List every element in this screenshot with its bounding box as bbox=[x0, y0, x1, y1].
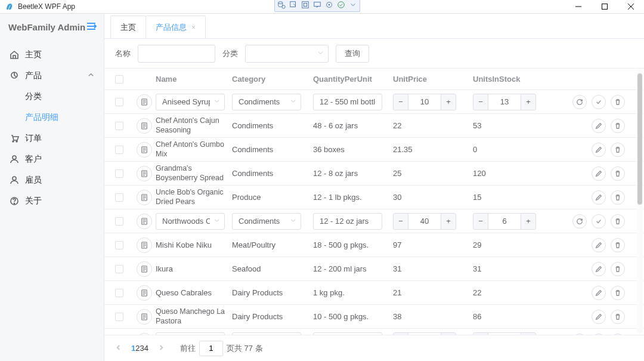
row-stock-stepper[interactable]: −24+ bbox=[473, 332, 553, 335]
stepper-value[interactable]: 40 bbox=[408, 213, 441, 230]
row-edit-button[interactable] bbox=[592, 286, 606, 300]
stepper-minus[interactable]: − bbox=[393, 332, 408, 335]
stepper-minus[interactable]: − bbox=[473, 213, 488, 230]
stepper-value[interactable]: 6 bbox=[408, 332, 441, 335]
row-view-button[interactable] bbox=[137, 285, 152, 301]
row-view-button[interactable] bbox=[137, 237, 152, 253]
filter-name-input[interactable] bbox=[138, 45, 215, 63]
row-checkbox[interactable] bbox=[115, 169, 123, 178]
row-stock-stepper[interactable]: −13+ bbox=[473, 94, 553, 110]
row-view-button[interactable] bbox=[137, 118, 152, 134]
row-edit-button[interactable] bbox=[592, 310, 606, 324]
row-edit-button[interactable] bbox=[592, 238, 606, 252]
row-refresh-button[interactable] bbox=[572, 95, 587, 109]
row-view-button[interactable] bbox=[137, 333, 152, 335]
row-checkbox[interactable] bbox=[115, 289, 123, 297]
vertical-scrollbar[interactable] bbox=[637, 70, 643, 334]
window-minimize-button[interactable] bbox=[565, 0, 592, 13]
filter-category-select[interactable] bbox=[245, 45, 329, 63]
tool-db-icon[interactable] bbox=[277, 1, 286, 11]
row-qty-input[interactable] bbox=[313, 213, 382, 230]
stepper-plus[interactable]: + bbox=[441, 94, 456, 110]
stepper-minus[interactable]: − bbox=[393, 213, 408, 230]
row-delete-button[interactable] bbox=[611, 334, 625, 335]
row-stock-stepper[interactable]: −6+ bbox=[473, 213, 553, 230]
stepper-plus[interactable]: + bbox=[521, 332, 536, 335]
row-edit-button[interactable] bbox=[592, 190, 606, 205]
row-delete-button[interactable] bbox=[611, 166, 625, 181]
stepper-value[interactable]: 6 bbox=[488, 213, 521, 230]
search-button[interactable]: 查询 bbox=[336, 45, 369, 63]
row-price-stepper[interactable]: −6+ bbox=[393, 332, 473, 335]
row-name-select[interactable] bbox=[156, 94, 225, 110]
tool-dropdown-icon[interactable] bbox=[349, 1, 357, 11]
row-delete-button[interactable] bbox=[611, 310, 625, 324]
row-confirm-button[interactable] bbox=[592, 214, 606, 229]
row-checkbox[interactable] bbox=[115, 265, 123, 273]
tool-select-icon[interactable] bbox=[289, 1, 298, 11]
pager-goto-input[interactable] bbox=[199, 341, 223, 356]
row-qty-input[interactable] bbox=[313, 94, 382, 110]
stepper-plus[interactable]: + bbox=[521, 213, 536, 230]
tool-ok-icon[interactable] bbox=[337, 1, 345, 11]
stepper-value[interactable]: 24 bbox=[488, 332, 521, 335]
row-category-select[interactable] bbox=[232, 332, 301, 335]
stepper-minus[interactable]: − bbox=[473, 94, 488, 110]
sidebar-item-product-detail[interactable]: 产品明细 bbox=[0, 107, 104, 128]
row-name-select[interactable] bbox=[156, 213, 225, 230]
window-maximize-button[interactable] bbox=[592, 0, 618, 13]
sidebar-item-about[interactable]: 关于 bbox=[0, 190, 104, 211]
row-delete-button[interactable] bbox=[611, 238, 625, 252]
row-delete-button[interactable] bbox=[611, 95, 625, 109]
stepper-plus[interactable]: + bbox=[521, 94, 536, 110]
pager-prev[interactable] bbox=[115, 344, 122, 353]
stepper-minus[interactable]: − bbox=[473, 332, 488, 335]
sidebar-item-employee[interactable]: 雇员 bbox=[0, 169, 104, 190]
row-delete-button[interactable] bbox=[611, 119, 625, 133]
row-confirm-button[interactable] bbox=[592, 95, 606, 109]
sidebar-collapse-icon[interactable] bbox=[86, 21, 97, 33]
row-edit-button[interactable] bbox=[592, 262, 606, 276]
row-delete-button[interactable] bbox=[611, 262, 625, 276]
row-delete-button[interactable] bbox=[611, 190, 625, 205]
row-confirm-button[interactable] bbox=[592, 334, 606, 335]
scrollbar-thumb[interactable] bbox=[637, 73, 642, 205]
sidebar-item-category[interactable]: 分类 bbox=[0, 86, 104, 107]
pager-next[interactable] bbox=[158, 344, 165, 353]
row-checkbox[interactable] bbox=[115, 193, 123, 202]
row-name-select[interactable] bbox=[156, 332, 225, 335]
pager-page[interactable]: 4 bbox=[144, 344, 148, 353]
row-edit-button[interactable] bbox=[592, 119, 606, 133]
tab-home[interactable]: 主页 bbox=[110, 16, 146, 38]
row-edit-button[interactable] bbox=[592, 166, 606, 181]
stepper-value[interactable]: 10 bbox=[408, 94, 441, 110]
row-checkbox[interactable] bbox=[115, 241, 123, 249]
row-view-button[interactable] bbox=[137, 309, 152, 325]
tab-close-icon[interactable]: × bbox=[191, 23, 196, 32]
row-price-stepper[interactable]: −10+ bbox=[393, 94, 473, 110]
row-price-stepper[interactable]: −40+ bbox=[393, 213, 473, 230]
sidebar-item-home[interactable]: 主页 bbox=[0, 44, 104, 65]
row-checkbox[interactable] bbox=[115, 122, 123, 130]
tool-box-icon[interactable] bbox=[301, 1, 309, 11]
row-edit-button[interactable] bbox=[592, 143, 606, 157]
row-view-button[interactable] bbox=[137, 166, 152, 181]
row-checkbox[interactable] bbox=[115, 146, 123, 154]
window-close-button[interactable] bbox=[618, 0, 644, 13]
row-qty-input[interactable] bbox=[313, 332, 382, 335]
row-delete-button[interactable] bbox=[611, 143, 625, 157]
row-category-select[interactable] bbox=[232, 213, 301, 230]
sidebar-item-product[interactable]: 产品 bbox=[0, 65, 104, 86]
row-delete-button[interactable] bbox=[611, 286, 625, 300]
row-view-button[interactable] bbox=[137, 142, 152, 158]
stepper-minus[interactable]: − bbox=[393, 94, 408, 110]
stepper-plus[interactable]: + bbox=[441, 213, 456, 230]
sidebar-item-customer[interactable]: 客户 bbox=[0, 149, 104, 169]
tool-target-icon[interactable] bbox=[325, 1, 333, 11]
row-view-button[interactable] bbox=[137, 94, 152, 110]
row-checkbox[interactable] bbox=[115, 217, 123, 226]
row-refresh-button[interactable] bbox=[572, 334, 587, 335]
row-checkbox[interactable] bbox=[115, 98, 123, 106]
row-refresh-button[interactable] bbox=[572, 214, 587, 229]
pager-page[interactable]: 3 bbox=[140, 344, 144, 353]
